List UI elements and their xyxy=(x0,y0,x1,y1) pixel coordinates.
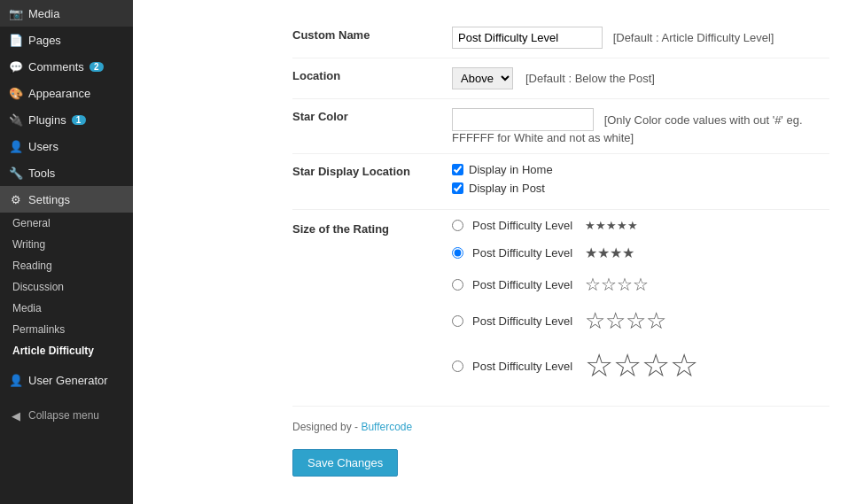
sidebar-item-tools[interactable]: 🔧 Tools xyxy=(0,159,133,186)
rating-option-lg: Post Difficulty Level ☆☆☆☆ xyxy=(452,307,829,335)
sidebar: 📷 Media 📄 Pages 💬 Comments 2 🎨 Appearanc… xyxy=(0,0,133,504)
location-row: Location Above Below [Default : Below th… xyxy=(292,58,829,99)
pages-icon: 📄 xyxy=(9,33,23,47)
size-lg-label: Post Difficulty Level xyxy=(472,314,572,328)
sidebar-sub-general[interactable]: General xyxy=(0,213,133,234)
sidebar-item-settings[interactable]: ⚙ Settings xyxy=(0,186,133,213)
sidebar-sub-label-discussion: Discussion xyxy=(12,281,64,293)
custom-name-label: Custom Name xyxy=(292,18,452,58)
star-color-input[interactable] xyxy=(452,108,594,131)
save-changes-button[interactable]: Save Changes xyxy=(292,449,398,477)
star-display-row: Star Display Location Display in Home Di… xyxy=(292,154,829,210)
user-generator-icon: 👤 xyxy=(9,373,23,387)
size-xs-stars: ★★★★★ xyxy=(585,219,638,232)
sidebar-sub-discussion[interactable]: Discussion xyxy=(0,276,133,298)
sidebar-label-users: Users xyxy=(28,140,58,153)
sidebar-sub-media[interactable]: Media xyxy=(0,298,133,319)
rating-option-md: Post Difficulty Level ☆☆☆☆ xyxy=(452,274,829,295)
custom-name-cell: [Default : Article Difficulty Level] xyxy=(452,18,829,58)
sidebar-label-settings: Settings xyxy=(28,193,70,206)
size-sm-label: Post Difficulty Level xyxy=(472,246,572,260)
buffercode-link[interactable]: Buffercode xyxy=(361,421,412,433)
star-color-cell: [Only Color code values with out '#' eg.… xyxy=(452,99,829,154)
rating-option-xl: Post Difficulty Level ☆☆☆☆ xyxy=(452,347,829,384)
size-lg-stars: ☆☆☆☆ xyxy=(585,307,666,335)
sidebar-sub-label-permalinks: Permalinks xyxy=(12,323,65,336)
sidebar-label-tools: Tools xyxy=(28,167,55,180)
sidebar-item-pages[interactable]: 📄 Pages xyxy=(0,27,133,53)
display-post-label: Display in Post xyxy=(469,182,545,195)
sidebar-sub-article-difficulty[interactable]: Article Difficulty xyxy=(0,340,133,361)
designed-by: Designed by - Buffercode xyxy=(292,421,829,433)
sidebar-collapse[interactable]: ◀ Collapse menu xyxy=(0,402,133,429)
size-xs-radio[interactable] xyxy=(452,220,463,231)
custom-name-hint: [Default : Article Difficulty Level] xyxy=(613,31,774,44)
main-content: Custom Name [Default : Article Difficult… xyxy=(133,0,856,504)
sidebar-label-media: Media xyxy=(28,7,59,20)
sidebar-sub-permalinks[interactable]: Permalinks xyxy=(0,319,133,340)
size-rating-row: Size of the Rating Post Difficulty Level… xyxy=(292,210,829,407)
media-icon: 📷 xyxy=(9,6,23,20)
sidebar-item-media[interactable]: 📷 Media xyxy=(0,0,133,27)
size-lg-radio[interactable] xyxy=(452,315,463,327)
location-cell: Above Below [Default : Below the Post] xyxy=(452,58,829,99)
sidebar-sub-reading[interactable]: Reading xyxy=(0,255,133,276)
settings-form-table: Custom Name [Default : Article Difficult… xyxy=(292,18,829,407)
display-home-checkbox[interactable] xyxy=(452,164,463,175)
sidebar-item-comments[interactable]: 💬 Comments 2 xyxy=(0,53,133,80)
display-post-checkbox[interactable] xyxy=(452,182,463,194)
collapse-label: Collapse menu xyxy=(28,409,99,422)
size-xl-label: Post Difficulty Level xyxy=(472,360,572,373)
sidebar-label-plugins: Plugins xyxy=(28,113,66,127)
sidebar-item-user-generator[interactable]: 👤 User Generator xyxy=(0,367,133,393)
size-md-radio[interactable] xyxy=(452,279,463,291)
size-xl-stars: ☆☆☆☆ xyxy=(585,347,698,384)
size-md-label: Post Difficulty Level xyxy=(472,278,572,291)
plugins-icon: 🔌 xyxy=(9,112,23,127)
star-color-label: Star Color xyxy=(292,99,452,154)
size-sm-stars: ★★★★ xyxy=(585,244,634,261)
sidebar-item-plugins[interactable]: 🔌 Plugins 1 xyxy=(0,106,133,133)
comments-badge: 2 xyxy=(89,62,104,72)
display-home-label: Display in Home xyxy=(469,163,553,176)
comments-icon: 💬 xyxy=(9,59,23,74)
custom-name-row: Custom Name [Default : Article Difficult… xyxy=(292,18,829,58)
rating-option-sm: Post Difficulty Level ★★★★ xyxy=(452,244,829,261)
rating-option-xs: Post Difficulty Level ★★★★★ xyxy=(452,219,829,232)
sidebar-sub-label-reading: Reading xyxy=(12,260,52,272)
size-rating-label: Size of the Rating xyxy=(292,210,452,407)
sidebar-label-user-generator: User Generator xyxy=(28,374,108,387)
size-xl-radio[interactable] xyxy=(452,361,463,372)
sidebar-sub-writing[interactable]: Writing xyxy=(0,234,133,255)
tools-icon: 🔧 xyxy=(9,166,23,180)
sidebar-label-appearance: Appearance xyxy=(28,87,90,100)
size-xs-label: Post Difficulty Level xyxy=(472,219,572,232)
sidebar-item-users[interactable]: 👤 Users xyxy=(0,133,133,159)
sidebar-item-appearance[interactable]: 🎨 Appearance xyxy=(0,80,133,106)
location-select[interactable]: Above Below xyxy=(452,67,513,89)
size-sm-radio[interactable] xyxy=(452,247,463,259)
sidebar-sub-label-article-difficulty: Article Difficulty xyxy=(12,345,94,357)
collapse-icon: ◀ xyxy=(9,408,23,423)
sidebar-sub-label-general: General xyxy=(12,217,51,229)
size-md-stars: ☆☆☆☆ xyxy=(585,274,649,295)
plugins-badge: 1 xyxy=(72,115,86,125)
sidebar-label-pages: Pages xyxy=(28,34,61,47)
content-area: Custom Name [Default : Article Difficult… xyxy=(133,0,856,504)
display-home-row: Display in Home xyxy=(452,163,829,176)
settings-icon: ⚙ xyxy=(9,192,23,206)
custom-name-input[interactable] xyxy=(452,27,603,49)
designed-by-text: Designed by - xyxy=(292,421,358,433)
sidebar-label-comments: Comments xyxy=(28,60,84,74)
location-hint: [Default : Below the Post] xyxy=(525,72,655,85)
location-label: Location xyxy=(292,58,452,99)
star-display-cell: Display in Home Display in Post xyxy=(452,154,829,210)
star-color-row: Star Color [Only Color code values with … xyxy=(292,99,829,154)
display-post-row: Display in Post xyxy=(452,182,829,195)
users-icon: 👤 xyxy=(9,139,23,153)
sidebar-sub-label-media: Media xyxy=(12,302,42,314)
size-rating-cell: Post Difficulty Level ★★★★★ Post Difficu… xyxy=(452,210,829,407)
appearance-icon: 🎨 xyxy=(9,86,23,100)
sidebar-sub-label-writing: Writing xyxy=(12,238,45,251)
star-display-label: Star Display Location xyxy=(292,154,452,210)
